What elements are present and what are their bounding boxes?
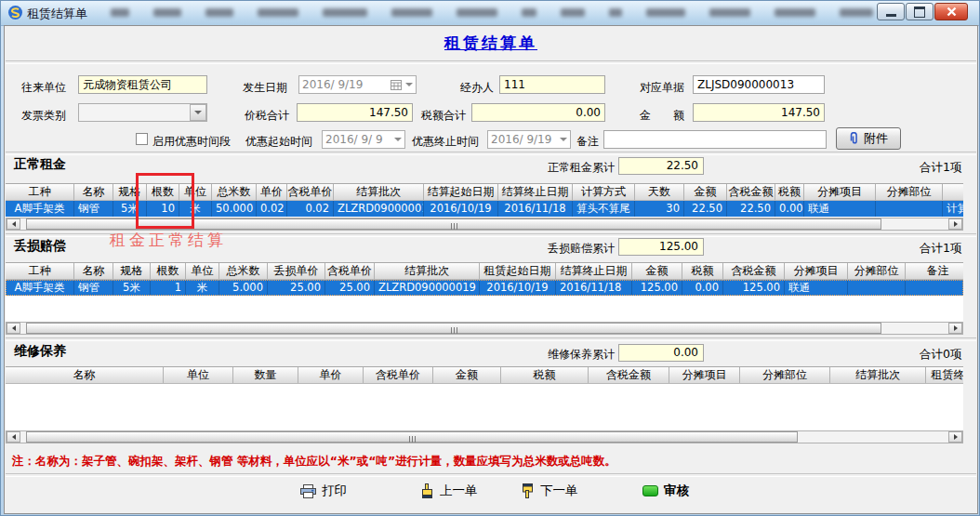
column-header[interactable]: 工种 <box>6 263 74 279</box>
redacted-menu-item[interactable] <box>391 8 432 17</box>
column-header[interactable]: 单价 <box>298 367 364 383</box>
column-header[interactable]: 含税金额 <box>589 367 669 383</box>
table-cell[interactable]: ZLZRD090000019 <box>375 280 480 296</box>
table-cell[interactable]: 10 <box>147 201 179 217</box>
column-header[interactable]: 规格 <box>113 263 151 279</box>
attachment-button[interactable]: 附件 <box>836 127 901 150</box>
table-cell[interactable]: 22.50 <box>727 201 775 217</box>
partner-input[interactable] <box>78 75 207 94</box>
print-button[interactable]: 打印 <box>300 483 347 499</box>
column-header[interactable]: 租赁起始日期 <box>480 263 556 279</box>
table-cell[interactable]: 计算本 <box>943 201 963 217</box>
table-cell[interactable]: 0.00 <box>682 280 723 296</box>
table-row[interactable]: A脚手架类钢管5米10米50.0000.020.02ZLZRD090000019… <box>6 201 963 217</box>
restore-button[interactable] <box>906 3 934 20</box>
table-cell[interactable]: 0.02 <box>287 201 334 217</box>
table-cell[interactable]: 2016/10/19 <box>424 201 498 217</box>
column-header[interactable]: 结算批次 <box>334 184 424 200</box>
column-header[interactable]: 含税金额 <box>723 263 785 279</box>
column-header[interactable]: 含税单价 <box>364 367 433 383</box>
scroll-left-button[interactable] <box>7 323 20 334</box>
operator-input[interactable] <box>499 75 605 94</box>
column-header[interactable]: 含税单价 <box>287 184 334 200</box>
table-cell[interactable]: ZLZRD090000019 <box>334 201 424 217</box>
table-cell[interactable]: 125.00 <box>723 280 785 296</box>
column-header[interactable] <box>943 184 963 200</box>
column-header[interactable]: 单位 <box>179 184 212 200</box>
column-header[interactable]: 名称 <box>74 184 113 200</box>
table-cell[interactable]: 联通 <box>804 201 876 217</box>
redacted-menu-item[interactable] <box>205 8 233 17</box>
discount-period-checkbox[interactable] <box>136 133 148 145</box>
amount-input[interactable] <box>693 103 825 122</box>
redacted-menu-item[interactable] <box>840 8 873 17</box>
table-cell[interactable]: 5.000 <box>219 280 268 296</box>
redacted-menu-item[interactable] <box>323 8 367 17</box>
table-cell[interactable]: 米 <box>179 201 212 217</box>
table-cell[interactable] <box>906 280 963 296</box>
scroll-right-button[interactable] <box>948 323 962 334</box>
redacted-menu-item[interactable] <box>111 8 129 17</box>
column-header[interactable]: 含税单价 <box>325 263 375 279</box>
close-button[interactable] <box>934 3 968 20</box>
ref-doc-input[interactable] <box>693 75 825 94</box>
table-cell[interactable]: 钢管 <box>74 280 113 296</box>
loss-hscrollbar[interactable] <box>6 322 963 335</box>
normal-rent-hscrollbar[interactable] <box>6 218 963 231</box>
redacted-menu-item[interactable] <box>561 8 585 17</box>
table-cell[interactable]: 钢管 <box>74 201 113 217</box>
table-cell[interactable]: 25.00 <box>268 280 325 296</box>
table-cell[interactable]: 算头不算尾 <box>573 201 635 217</box>
column-header[interactable]: 分摊项目 <box>804 184 876 200</box>
column-header[interactable]: 结算终止日期 <box>498 184 573 200</box>
table-cell[interactable]: A脚手架类 <box>6 280 74 296</box>
table-cell[interactable]: 1 <box>151 280 186 296</box>
column-header[interactable]: 分摊部位 <box>740 367 830 383</box>
redacted-menu-item[interactable] <box>709 8 750 17</box>
column-header[interactable]: 结算批次 <box>375 263 480 279</box>
tax-total-input[interactable] <box>471 103 605 122</box>
column-header[interactable]: 分摊部位 <box>848 263 906 279</box>
column-header[interactable]: 单位 <box>186 263 219 279</box>
redacted-menu-item[interactable] <box>646 8 685 17</box>
date-picker[interactable]: 2016/ 9/19 <box>298 75 417 94</box>
column-header[interactable]: 计算方式 <box>573 184 635 200</box>
table-cell[interactable]: 22.50 <box>684 201 727 217</box>
table-row[interactable]: A脚手架类钢管5米1米5.00025.0025.00ZLZRD090000019… <box>6 280 963 296</box>
table-cell[interactable]: 0.02 <box>257 201 287 217</box>
audit-button[interactable]: 审核 <box>642 483 689 499</box>
column-header[interactable]: 分摊项目 <box>785 263 848 279</box>
table-cell[interactable]: 5米 <box>113 201 147 217</box>
next-record-button[interactable]: 下一单 <box>522 483 578 499</box>
column-header[interactable]: 金额 <box>632 263 682 279</box>
column-header[interactable]: 规格 <box>113 184 147 200</box>
column-header[interactable]: 结算批次 <box>830 367 926 383</box>
table-cell[interactable]: 50.000 <box>212 201 257 217</box>
table-cell[interactable]: A脚手架类 <box>6 201 74 217</box>
redacted-menu-item[interactable] <box>775 8 815 17</box>
column-header[interactable]: 分摊项目 <box>669 367 740 383</box>
column-header[interactable]: 分摊部位 <box>876 184 943 200</box>
invoice-type-select[interactable] <box>78 103 207 122</box>
column-header[interactable]: 总米数 <box>219 263 268 279</box>
table-cell[interactable]: 5米 <box>113 280 151 296</box>
table-cell[interactable]: 2016/11/18 <box>498 201 573 217</box>
column-header[interactable]: 总米数 <box>212 184 257 200</box>
column-header[interactable]: 备注 <box>906 263 963 279</box>
scroll-left-button[interactable] <box>7 218 20 230</box>
table-cell[interactable] <box>876 201 943 217</box>
column-header[interactable]: 根数 <box>147 184 179 200</box>
column-header[interactable]: 工种 <box>6 184 74 200</box>
column-header[interactable]: 税额 <box>501 367 589 383</box>
table-cell[interactable]: 米 <box>186 280 219 296</box>
scrollbar-thumb[interactable] <box>26 218 881 230</box>
column-header[interactable]: 名称 <box>6 367 164 383</box>
table-cell[interactable]: 0.00 <box>775 201 804 217</box>
column-header[interactable]: 天数 <box>635 184 684 200</box>
column-header[interactable]: 结算起始日期 <box>424 184 498 200</box>
table-cell[interactable]: 25.00 <box>325 280 375 296</box>
redacted-menu-item[interactable] <box>258 8 298 17</box>
column-header[interactable]: 税额 <box>682 263 723 279</box>
maintenance-hscrollbar[interactable] <box>6 430 963 443</box>
table-cell[interactable]: 2016/10/19 <box>480 280 556 296</box>
